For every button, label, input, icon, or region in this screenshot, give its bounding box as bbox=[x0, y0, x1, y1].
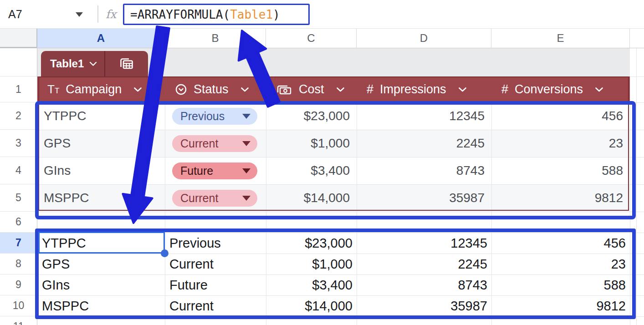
formula-text-close: ) bbox=[273, 8, 280, 21]
cell-b9[interactable]: Future bbox=[165, 274, 266, 295]
cell-c10[interactable]: $14,000 bbox=[266, 295, 357, 316]
formula-text: =ARRAYFORMULA( bbox=[130, 8, 230, 21]
cell-d8[interactable]: 2245 bbox=[357, 254, 491, 274]
cell-b4[interactable]: Future bbox=[165, 157, 266, 184]
cell-c7[interactable]: $23,000 bbox=[266, 233, 357, 254]
dropdown-arrow-icon bbox=[242, 114, 250, 119]
cell-b5[interactable]: Current bbox=[165, 184, 266, 212]
sheets-app: A7 fx =ARRAYFORMULA(Table1) A B C D E 1 … bbox=[0, 0, 644, 325]
cell-e3[interactable]: 23 bbox=[491, 130, 630, 157]
cell-b7[interactable]: Previous bbox=[165, 233, 266, 254]
row-header-5[interactable]: 5 bbox=[0, 184, 37, 212]
row-header-1[interactable]: 1 bbox=[0, 76, 37, 102]
dropdown-arrow-icon bbox=[242, 168, 250, 173]
text-format-icon: TT bbox=[47, 82, 59, 96]
status-dropdown-chip[interactable]: Previous bbox=[172, 108, 257, 125]
column-header-d[interactable]: D bbox=[357, 28, 491, 48]
row-header-4[interactable]: 4 bbox=[0, 157, 37, 184]
cell-b8[interactable]: Current bbox=[165, 254, 266, 274]
fx-icon: fx bbox=[106, 0, 116, 28]
fill-handle[interactable] bbox=[161, 249, 169, 257]
column-header-band: A B C D E bbox=[0, 28, 644, 48]
column-label: Conversions bbox=[515, 82, 583, 96]
column-label: Impressions bbox=[380, 82, 446, 96]
cell-a2[interactable]: YTPPC bbox=[37, 102, 165, 130]
cell-b10[interactable]: Current bbox=[165, 295, 266, 316]
status-label: Current bbox=[180, 137, 218, 150]
table-header-campaign[interactable]: TT Campaign bbox=[37, 76, 165, 102]
row-header-6[interactable]: 6 bbox=[0, 212, 37, 233]
row-header-9[interactable]: 9 bbox=[0, 274, 37, 295]
cell-c3[interactable]: $1,000 bbox=[266, 130, 357, 157]
select-all-corner[interactable] bbox=[0, 28, 37, 48]
cell-e9[interactable]: 588 bbox=[491, 274, 630, 295]
cell-reference: A7 bbox=[8, 8, 22, 21]
chevron-down-icon[interactable] bbox=[595, 87, 603, 92]
column-label: Campaign bbox=[66, 82, 122, 96]
table-header-conversions[interactable]: # Conversions bbox=[491, 76, 630, 102]
row-header-8[interactable]: 8 bbox=[0, 254, 37, 274]
table-header-cost[interactable]: Cost bbox=[266, 76, 357, 102]
column-header-a[interactable]: A bbox=[37, 28, 165, 48]
cell-c2[interactable]: $23,000 bbox=[266, 102, 357, 130]
cell-e10[interactable]: 9812 bbox=[491, 295, 630, 316]
status-label: Previous bbox=[180, 110, 225, 123]
column-header-e[interactable]: E bbox=[491, 28, 630, 48]
cell-a10[interactable]: MSPPC bbox=[37, 295, 165, 316]
cell-d7[interactable]: 12345 bbox=[357, 233, 491, 254]
cell-d9[interactable]: 8743 bbox=[357, 274, 491, 295]
cell-d10[interactable]: 35987 bbox=[357, 295, 491, 316]
row-header-7[interactable]: 7 bbox=[0, 233, 37, 254]
name-box[interactable]: A7 bbox=[8, 0, 22, 28]
cell-d3[interactable]: 2245 bbox=[357, 130, 491, 157]
cell-e8[interactable]: 23 bbox=[491, 254, 630, 274]
row-header-10[interactable]: 10 bbox=[0, 295, 37, 316]
row-header-column: 1 2 3 4 5 6 7 8 9 10 11 bbox=[0, 48, 37, 325]
cell-e4[interactable]: 588 bbox=[491, 157, 630, 184]
table-header-status[interactable]: Status bbox=[165, 76, 266, 102]
status-dropdown-chip[interactable]: Current bbox=[172, 135, 257, 152]
row-header-2[interactable]: 2 bbox=[0, 102, 37, 130]
column-header-b[interactable]: B bbox=[165, 28, 266, 48]
cell-a4[interactable]: GIns bbox=[37, 157, 165, 184]
formula-toolbar: A7 fx =ARRAYFORMULA(Table1) bbox=[0, 0, 644, 29]
cell-b3[interactable]: Current bbox=[165, 130, 266, 157]
cell-c8[interactable]: $1,000 bbox=[266, 254, 357, 274]
status-dropdown-chip[interactable]: Current bbox=[172, 190, 257, 207]
chevron-down-icon[interactable] bbox=[336, 87, 345, 92]
cell-e5[interactable]: 9812 bbox=[491, 184, 630, 212]
cell-d4[interactable]: 8743 bbox=[357, 157, 491, 184]
table-grid-icon bbox=[119, 57, 134, 71]
row-header-11[interactable]: 11 bbox=[0, 316, 37, 325]
cell-a9[interactable]: GIns bbox=[37, 274, 165, 295]
money-icon bbox=[276, 83, 292, 96]
table-options-button[interactable] bbox=[105, 57, 148, 71]
cell-a8[interactable]: GPS bbox=[37, 254, 165, 274]
chevron-down-icon[interactable] bbox=[240, 87, 249, 92]
row-header-3[interactable]: 3 bbox=[0, 130, 37, 157]
cell-a7[interactable]: YTPPC bbox=[37, 233, 165, 254]
status-dropdown-chip[interactable]: Future bbox=[172, 162, 257, 179]
dropdown-arrow-icon bbox=[242, 196, 250, 201]
toolbar-divider bbox=[97, 5, 98, 23]
cell-b2[interactable]: Previous bbox=[165, 102, 266, 130]
status-label: Future bbox=[180, 164, 213, 178]
number-icon: # bbox=[501, 82, 508, 96]
cell-c9[interactable]: $3,400 bbox=[266, 274, 357, 295]
column-header-c[interactable]: C bbox=[266, 28, 357, 48]
cell-d2[interactable]: 12345 bbox=[357, 102, 491, 130]
name-box-dropdown-icon[interactable] bbox=[76, 12, 83, 17]
chevron-down-icon[interactable] bbox=[458, 87, 467, 92]
table-name-chip[interactable]: Table1 bbox=[41, 51, 148, 76]
table-header-impressions[interactable]: # Impressions bbox=[357, 76, 491, 102]
cell-d5[interactable]: 35987 bbox=[357, 184, 491, 212]
cell-e2[interactable]: 456 bbox=[491, 102, 630, 130]
chevron-down-icon[interactable] bbox=[133, 87, 142, 92]
formula-input[interactable]: =ARRAYFORMULA(Table1) bbox=[123, 4, 310, 25]
dropdown-arrow-icon bbox=[242, 141, 250, 146]
cell-e7[interactable]: 456 bbox=[491, 233, 630, 254]
cell-c5[interactable]: $14,000 bbox=[266, 184, 357, 212]
cell-a5[interactable]: MSPPC bbox=[37, 184, 165, 212]
cell-a3[interactable]: GPS bbox=[37, 130, 165, 157]
cell-c4[interactable]: $3,400 bbox=[266, 157, 357, 184]
